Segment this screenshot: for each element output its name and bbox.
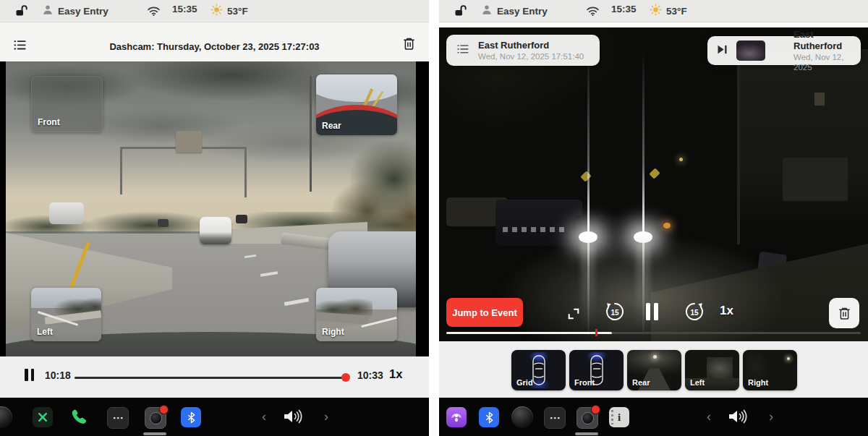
phone-icon[interactable] xyxy=(69,407,89,427)
right-camera-thumbnail[interactable]: Right xyxy=(316,288,397,341)
wifi-icon[interactable] xyxy=(586,6,600,20)
highway-video[interactable]: Front Rear Left xyxy=(6,61,416,356)
rear-camera-thumbnail[interactable]: Rear xyxy=(316,74,397,135)
tab-front-camera[interactable]: Front xyxy=(569,350,624,390)
rear-camera-label: Rear xyxy=(322,121,341,131)
camera-tile-bar: Grid Front Rear Left Right xyxy=(439,341,868,398)
more-apps-icon[interactable]: ⋯ xyxy=(107,407,129,429)
distant-car xyxy=(49,202,84,224)
minimize-view-icon[interactable] xyxy=(563,304,584,324)
tab-rear-camera[interactable]: Rear xyxy=(627,350,681,390)
playhead-dot[interactable] xyxy=(341,373,350,382)
svg-text:15: 15 xyxy=(610,309,619,317)
tile-label: Left xyxy=(690,378,705,387)
knob-icon[interactable] xyxy=(511,406,533,428)
next-clip-date: Wed, Nov 12, 2025 xyxy=(793,52,861,72)
right-progress-marker xyxy=(595,329,597,336)
seek-bar[interactable] xyxy=(75,370,346,385)
status-bar: Easy Entry 15:35 53°F xyxy=(0,0,429,22)
clip-list-menu-icon[interactable] xyxy=(456,43,469,59)
playback-bar: 10:18 10:33 1x xyxy=(0,356,429,398)
sun-icon xyxy=(650,4,662,18)
rewind-15-button[interactable]: 15 xyxy=(604,301,626,322)
binding-strip xyxy=(611,410,613,424)
temperature-button[interactable]: 53°F xyxy=(210,4,248,18)
jump-to-event-button[interactable]: Jump to Event xyxy=(446,298,523,327)
notification-badge xyxy=(591,405,600,414)
left-progress-fill xyxy=(75,377,346,379)
lock-unlocked-icon[interactable] xyxy=(14,4,27,20)
seek-bar[interactable] xyxy=(446,329,861,336)
owners-manual-icon[interactable]: i xyxy=(609,407,629,427)
notification-badge xyxy=(159,405,169,414)
lock-unlocked-icon[interactable] xyxy=(454,4,467,20)
night-video[interactable]: East Rutherford Wed, Nov 12, 2025 17:51:… xyxy=(439,27,868,341)
truck-reflectors xyxy=(503,227,565,232)
tile-label: Front xyxy=(574,378,595,387)
right-progress-fill xyxy=(446,332,612,334)
thumb-house xyxy=(707,357,733,380)
volume-icon[interactable] xyxy=(727,408,749,428)
lead-car xyxy=(200,217,231,244)
temperature-button[interactable]: 53°F xyxy=(650,4,687,18)
clip-datetime: Wed, Nov 12, 2025 17:51:40 xyxy=(478,51,584,61)
clip-location: East Rutherford xyxy=(478,40,584,51)
chevron-right-icon[interactable]: › xyxy=(769,409,773,424)
profile-name: Easy Entry xyxy=(58,6,109,17)
tile-label: Rear xyxy=(632,378,650,387)
playback-speed-button[interactable]: 1x xyxy=(720,304,733,318)
app-dock: ⋯ i ‹ › xyxy=(439,398,868,436)
knob-icon[interactable] xyxy=(0,406,12,428)
distant-light xyxy=(663,223,671,228)
delete-clip-button[interactable] xyxy=(402,36,416,54)
driver-profile-button[interactable]: Easy Entry xyxy=(42,4,109,18)
profile-name: Easy Entry xyxy=(497,6,548,17)
pause-button[interactable] xyxy=(646,303,658,320)
front-camera-thumbnail[interactable]: Front xyxy=(31,76,103,132)
tab-right-camera[interactable]: Right xyxy=(743,350,797,390)
dual-dashcam-screenshot: Easy Entry 15:35 53°F Dashcam: Thursday,… xyxy=(0,0,868,436)
parked-truck xyxy=(495,200,582,246)
delete-clip-button[interactable] xyxy=(829,298,859,328)
tile-label: Right xyxy=(748,378,768,387)
overhead-sign xyxy=(176,131,202,153)
house-porch xyxy=(783,158,848,201)
sun-icon xyxy=(210,4,223,18)
active-app-indicator xyxy=(143,432,166,435)
more-apps-icon[interactable]: ⋯ xyxy=(544,407,566,429)
x-app-icon[interactable] xyxy=(33,407,53,427)
header-strip xyxy=(439,22,868,27)
light-pole xyxy=(310,76,312,192)
dashcam-app-icon[interactable] xyxy=(576,407,598,429)
chevron-left-icon[interactable]: ‹ xyxy=(707,409,711,424)
distant-light xyxy=(679,158,683,161)
clock-time: 15:35 xyxy=(611,4,637,14)
distant-car xyxy=(158,219,169,227)
chevron-right-icon[interactable]: › xyxy=(324,409,328,424)
forward-15-button[interactable]: 15 xyxy=(684,301,705,322)
skip-next-icon[interactable] xyxy=(716,43,728,59)
dashcam-app-icon[interactable] xyxy=(145,407,166,429)
driver-profile-button[interactable]: Easy Entry xyxy=(481,4,548,18)
bluetooth-icon[interactable] xyxy=(181,407,201,427)
wifi-icon[interactable] xyxy=(147,6,161,20)
volume-icon[interactable] xyxy=(282,408,304,428)
house-silhouette xyxy=(738,49,868,230)
person-icon xyxy=(481,4,493,18)
gantry-post xyxy=(120,147,122,195)
pause-button[interactable] xyxy=(25,369,34,381)
bluetooth-icon[interactable] xyxy=(479,407,499,427)
utility-pole xyxy=(737,42,740,244)
left-camera-thumbnail[interactable]: Left xyxy=(31,288,101,341)
podcasts-app-icon[interactable] xyxy=(446,407,467,427)
current-clip-pill[interactable]: East Rutherford Wed, Nov 12, 2025 17:51:… xyxy=(446,35,600,66)
right-camera-label: Right xyxy=(322,327,344,337)
camera-lens xyxy=(150,412,162,424)
duration-time: 10:33 xyxy=(357,369,383,381)
tab-left-camera[interactable]: Left xyxy=(685,350,739,390)
next-clip-pill[interactable]: East Rutherford Wed, Nov 12, 2025 xyxy=(707,36,861,65)
tab-grid-view[interactable]: Grid xyxy=(511,350,566,390)
chevron-left-icon[interactable]: ‹ xyxy=(262,409,266,424)
playback-speed-button[interactable]: 1x xyxy=(389,367,402,381)
thumb-light xyxy=(653,355,657,359)
